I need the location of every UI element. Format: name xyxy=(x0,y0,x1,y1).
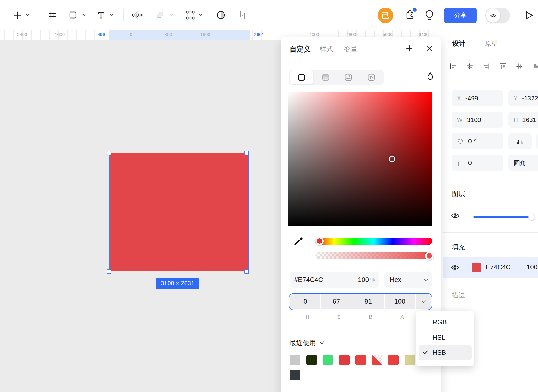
tab-custom[interactable]: 自定义 xyxy=(290,44,311,54)
recent-swatch[interactable] xyxy=(290,370,300,380)
close-panel-button[interactable] xyxy=(425,44,434,53)
corner-radius-field[interactable]: 0 xyxy=(452,155,503,171)
y-field-value[interactable]: -1322 xyxy=(522,95,538,102)
resize-handle-top-left[interactable] xyxy=(107,151,111,155)
fill-hex-value[interactable]: E74C4C xyxy=(486,263,511,271)
saturation-value-input[interactable]: 67 xyxy=(321,294,352,309)
checkmark-icon xyxy=(423,350,428,354)
menu-item-rgb[interactable]: RGB xyxy=(416,314,474,330)
vector-tool-button[interactable] xyxy=(184,9,196,21)
color-field-cursor[interactable] xyxy=(389,156,395,162)
tips-button[interactable] xyxy=(423,9,436,22)
recent-swatch[interactable] xyxy=(405,355,415,365)
recent-swatch[interactable] xyxy=(290,355,300,365)
fill-type-gradient-button[interactable] xyxy=(314,70,337,84)
hsb-format-chevron-button[interactable] xyxy=(416,294,431,309)
tab-design[interactable]: 设计 xyxy=(452,39,465,48)
text-tool-button[interactable] xyxy=(96,10,107,20)
blend-mode-button[interactable] xyxy=(425,71,436,84)
recent-swatch[interactable] xyxy=(323,355,333,365)
alpha-slider[interactable] xyxy=(315,252,432,259)
hue-value-input[interactable]: 0 xyxy=(290,294,320,309)
tab-variable[interactable]: 变量 xyxy=(344,44,357,54)
hue-slider-knob[interactable] xyxy=(315,237,324,245)
align-right-button[interactable] xyxy=(480,60,493,72)
tab-style[interactable]: 样式 xyxy=(320,44,333,54)
eyedropper-icon xyxy=(293,236,304,247)
align-bottom-button[interactable] xyxy=(529,60,538,72)
alpha-gradient xyxy=(315,252,432,259)
alpha-slider-knob[interactable] xyxy=(425,252,434,260)
menu-item-hsl[interactable]: HSL xyxy=(416,330,474,345)
share-button[interactable]: 分享 xyxy=(444,8,477,23)
menu-item-hsb-selected[interactable]: HSB xyxy=(419,345,472,360)
stroke-section-title: 描边 xyxy=(452,291,465,300)
alpha-channel-label: A xyxy=(400,314,404,320)
add-tool-button[interactable] xyxy=(12,10,23,20)
fill-row[interactable]: E74C4C 100 xyxy=(443,257,538,278)
layer-opacity-knob[interactable] xyxy=(528,214,535,220)
hue-slider[interactable] xyxy=(315,238,432,245)
x-position-field[interactable]: X -499 xyxy=(452,90,503,106)
align-vertical-center-button[interactable] xyxy=(513,60,526,72)
fill-type-video-button[interactable] xyxy=(360,70,383,84)
user-avatar[interactable]: 已 xyxy=(378,8,393,23)
color-format-dropdown[interactable]: Hex xyxy=(384,272,432,288)
recent-swatch[interactable] xyxy=(388,355,399,365)
opacity-input-value[interactable]: 100 xyxy=(358,276,369,284)
recent-swatch[interactable] xyxy=(355,355,366,365)
vector-tool-chevron[interactable] xyxy=(199,13,203,16)
brightness-value-input[interactable]: 91 xyxy=(352,294,384,309)
ruler-label: 4800 xyxy=(346,32,356,37)
layer-visibility-toggle[interactable] xyxy=(450,211,460,220)
divider xyxy=(443,83,538,83)
align-top-button[interactable] xyxy=(496,60,509,72)
flip-horizontal-button[interactable] xyxy=(508,133,532,149)
fill-type-solid-button[interactable] xyxy=(290,70,313,84)
fill-visibility-toggle[interactable] xyxy=(450,263,460,272)
width-field[interactable]: W 3100 xyxy=(452,112,503,128)
fill-color-chip[interactable] xyxy=(472,263,481,272)
layer-opacity-slider[interactable] xyxy=(473,216,531,218)
fill-opacity-value[interactable]: 100 xyxy=(527,263,538,271)
hex-input[interactable]: #E74C4C 100 % xyxy=(290,272,379,288)
corner-radius-value[interactable]: 0 xyxy=(468,159,472,167)
close-icon xyxy=(426,45,433,52)
present-button[interactable] xyxy=(524,10,534,21)
eyedropper-button[interactable] xyxy=(292,235,305,248)
height-field[interactable]: H 2631 xyxy=(508,112,538,128)
fill-type-image-button[interactable] xyxy=(337,70,360,84)
add-tool-chevron[interactable] xyxy=(25,13,29,16)
alpha-value-input[interactable]: 100 xyxy=(385,294,416,309)
align-horizontal-center-button[interactable] xyxy=(463,60,476,72)
resize-handle-bottom-left[interactable] xyxy=(107,269,111,274)
dev-mode-knob[interactable]: </> xyxy=(486,8,500,23)
selected-rectangle[interactable] xyxy=(109,153,249,271)
recent-swatch[interactable] xyxy=(339,355,350,365)
recently-used-toggle[interactable]: 最近使用 xyxy=(289,338,324,348)
hex-input-value[interactable]: #E74C4C xyxy=(294,276,323,284)
dev-mode-toggle[interactable]: </> xyxy=(485,8,510,23)
height-field-value[interactable]: 2631 xyxy=(522,116,536,124)
frame-tool-button[interactable] xyxy=(47,10,58,20)
x-field-value[interactable]: -499 xyxy=(465,95,478,102)
align-left-button[interactable] xyxy=(447,60,460,72)
y-position-field[interactable]: Y -1322 xyxy=(508,90,538,106)
recent-swatch[interactable] xyxy=(372,355,382,365)
resize-handle-top-right[interactable] xyxy=(244,151,249,155)
corner-radius-mode-button[interactable]: 圆角 xyxy=(508,155,538,171)
recent-swatch[interactable] xyxy=(306,355,317,365)
saturation-brightness-field[interactable] xyxy=(288,92,432,226)
tab-prototype[interactable]: 原型 xyxy=(485,39,498,48)
rotation-value[interactable]: 0 ° xyxy=(468,138,476,145)
width-field-value[interactable]: 3100 xyxy=(467,116,481,124)
rotation-field[interactable]: 0 ° xyxy=(452,133,503,149)
add-fill-button[interactable] xyxy=(404,44,414,53)
resize-handle-bottom-right[interactable] xyxy=(244,269,249,274)
text-tool-chevron[interactable] xyxy=(110,13,114,16)
move-tool-button[interactable] xyxy=(131,9,143,21)
shape-tool-chevron[interactable] xyxy=(82,13,86,16)
mask-tool-button[interactable] xyxy=(215,9,227,21)
flip-vertical-button[interactable] xyxy=(536,133,538,149)
shape-tool-button[interactable] xyxy=(67,10,78,20)
